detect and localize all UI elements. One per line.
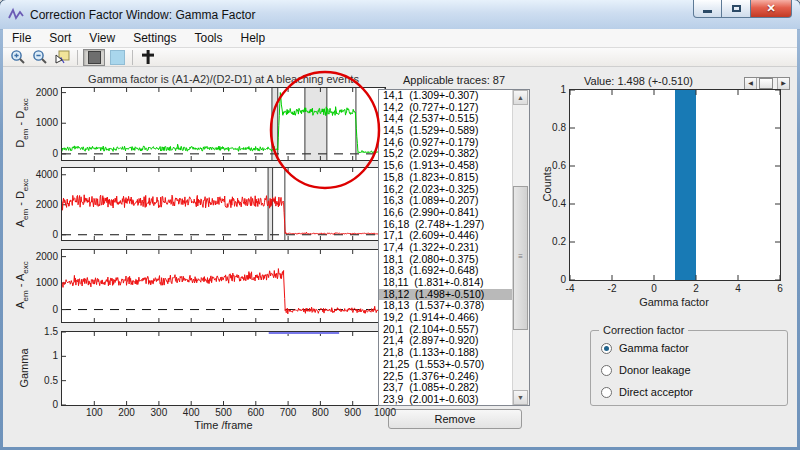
window-title: Correction Factor Window: Gamma Factor: [30, 8, 255, 22]
scroll-down-arrow-icon[interactable]: ▼: [513, 390, 528, 405]
title-bar[interactable]: Correction Factor Window: Gamma Factor ✕: [0, 0, 800, 30]
datatip-button[interactable]: [52, 49, 72, 66]
scroll-thumb[interactable]: ≡: [513, 186, 528, 330]
correction-factor-group: Correction factor Gamma factorDonor leak…: [590, 330, 788, 406]
radio-button-icon[interactable]: [601, 387, 612, 398]
menu-help[interactable]: Help: [232, 30, 275, 46]
app-waveform-icon: [8, 7, 24, 22]
list-item[interactable]: 15,8 (1.823+-0.815): [379, 172, 513, 184]
ylabel-gamma: Gamma: [18, 348, 30, 387]
menu-settings[interactable]: Settings: [124, 30, 185, 46]
xlabel-gamma-factor: Gamma factor: [569, 296, 779, 308]
radio-button-icon[interactable]: [601, 365, 612, 376]
radio-label: Direct acceptor: [619, 386, 693, 398]
zoom-in-icon: [10, 49, 26, 65]
plot-aem-dexc[interactable]: [61, 167, 386, 241]
radio-gamma-factor[interactable]: Gamma factor: [601, 341, 689, 355]
list-item[interactable]: 14,1 (1.309+-0.307): [379, 90, 513, 102]
ylabel-aem-aexc: Aem - Aexc: [14, 261, 29, 308]
plot-dem-dexc[interactable]: [61, 87, 386, 161]
plot-title: Gamma factor is (A1-A2)/(D2-D1) at A ble…: [62, 73, 385, 85]
close-button[interactable]: ✕: [751, 0, 792, 18]
zoom-out-icon: [32, 49, 48, 65]
list-item[interactable]: 16,6 (2.990+-0.841): [379, 207, 513, 219]
ylabel-dem-dexc: Dem - Dexc: [14, 98, 29, 147]
toolbar-separator: [132, 50, 133, 65]
radio-donor-leakage[interactable]: Donor leakage: [601, 363, 691, 377]
slider-thumb[interactable]: [759, 78, 773, 89]
menu-tools[interactable]: Tools: [186, 30, 232, 46]
radio-button-icon[interactable]: [601, 343, 612, 354]
list-item[interactable]: 23,9 (2.001+-0.603): [379, 394, 513, 406]
group-legend: Correction factor: [599, 324, 688, 336]
xlabel-time-frame: Time /frame: [62, 419, 385, 431]
menu-bar: File Sort View Settings Tools Help: [3, 29, 797, 48]
maximize-icon: [732, 5, 741, 12]
marker-blue-button[interactable]: [107, 49, 127, 66]
list-item[interactable]: 18,11 (1.831+-0.814): [379, 277, 513, 289]
radio-direct-acceptor[interactable]: Direct acceptor: [601, 385, 693, 399]
zoom-in-button[interactable]: [8, 49, 28, 66]
maximize-button[interactable]: [722, 0, 751, 18]
minimize-button[interactable]: [693, 0, 722, 18]
list-item[interactable]: 19,2 (1.914+-0.466): [379, 312, 513, 324]
histogram-plot[interactable]: [569, 89, 781, 281]
slider-left-arrow-icon[interactable]: ◀: [745, 78, 757, 89]
menu-file[interactable]: File: [3, 30, 40, 46]
toolbar-separator: [77, 50, 78, 65]
ylabel-aem-dexc: Aem - Dexc: [14, 179, 29, 228]
pin-tool-icon: [140, 49, 156, 65]
radio-label: Donor leakage: [619, 364, 691, 376]
tool-bar: [3, 48, 797, 67]
marker-dark-button[interactable]: [83, 49, 105, 66]
zoom-out-button[interactable]: [30, 49, 50, 66]
list-scrollbar[interactable]: ▲ ≡ ▼: [512, 90, 529, 405]
scroll-up-arrow-icon[interactable]: ▲: [513, 90, 528, 105]
correction-factor-window: Correction Factor Window: Gamma Factor ✕…: [0, 0, 800, 450]
menu-sort[interactable]: Sort: [40, 30, 80, 46]
pin-tool-button[interactable]: [138, 49, 158, 66]
ylabel-counts: Counts: [541, 167, 553, 202]
blue-square-icon: [110, 50, 125, 65]
histogram-value-label: Value: 1.498 (+-0.510): [584, 75, 744, 87]
menu-view[interactable]: View: [80, 30, 124, 46]
list-item[interactable]: 21,25 (1.553+-0.570): [379, 359, 513, 371]
minimize-icon: [703, 10, 712, 13]
traces-list-header: Applicable traces: 87: [378, 74, 530, 86]
close-icon: ✕: [766, 3, 775, 14]
radio-label: Gamma factor: [619, 342, 689, 354]
traces-listbox[interactable]: 14,1 (1.309+-0.307)14,2 (0.727+-0.127)14…: [378, 89, 530, 406]
plot-gamma[interactable]: [61, 331, 386, 406]
dark-square-icon: [88, 51, 101, 64]
remove-button[interactable]: Remove: [388, 409, 522, 429]
slider-right-arrow-icon[interactable]: ▶: [777, 78, 789, 89]
list-item[interactable]: 17,4 (1.322+-0.231): [379, 242, 513, 254]
datatip-icon: [54, 49, 70, 65]
list-item[interactable]: 14,5 (1.529+-0.589): [379, 125, 513, 137]
plot-aem-aexc[interactable]: [61, 249, 386, 323]
